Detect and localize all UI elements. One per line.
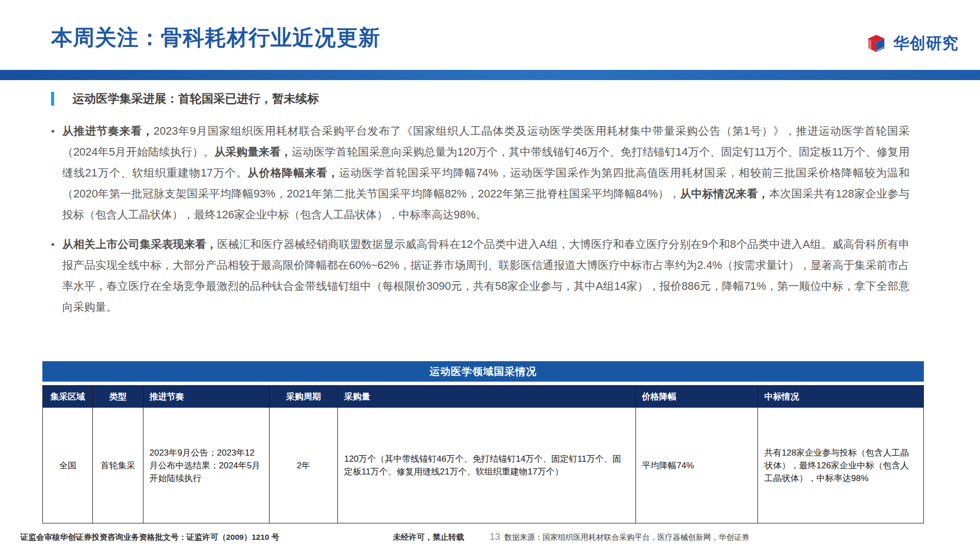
table-column-header: 推进节奏 [143, 386, 269, 408]
page-title: 本周关注：骨科耗材行业近况更新 [51, 23, 380, 52]
bullet-emphasis: 从相关上市公司集采表现来看， [62, 238, 217, 251]
table-column-header: 采购量 [338, 386, 635, 408]
table-row: 全国首轮集采2023年9月公告；2023年12月公布中选结果；2024年5月开始… [43, 408, 924, 523]
table-column-header: 中标情况 [758, 386, 924, 408]
footer-copyright-notice: 未经许可，禁止转载 [393, 532, 464, 543]
procurement-table: 集采区域类型推进节奏采购周期采购量价格降幅中标情况 全国首轮集采2023年9月公… [42, 385, 924, 523]
logo-cube-icon [867, 34, 889, 53]
table-cell: 共有128家企业参与投标（包含人工晶状体），最终126家企业中标（包含人工晶状体… [758, 408, 924, 523]
header-divider-band [0, 70, 980, 80]
bullet-marker: • [51, 121, 62, 226]
section-accent-bar [51, 92, 54, 106]
table-cell: 平均降幅74% [635, 408, 758, 523]
bullet-emphasis: 从中标情况来看， [680, 188, 769, 200]
bullet-item: •从推进节奏来看，2023年9月国家组织医用耗材联合采购平台发布了《国家组织人工… [51, 121, 910, 226]
table-cell: 2年 [269, 408, 338, 523]
table-cell: 首轮集采 [93, 408, 143, 523]
bullet-emphasis: 从价格降幅来看， [248, 167, 339, 179]
bullet-text: 从推进节奏来看，2023年9月国家组织医用耗材联合采购平台发布了《国家组织人工晶… [62, 121, 910, 226]
bullet-list: •从推进节奏来看，2023年9月国家组织医用耗材联合采购平台发布了《国家组织人工… [51, 121, 910, 327]
table-header-row: 集采区域类型推进节奏采购周期采购量价格降幅中标情况 [43, 386, 924, 408]
logo-text: 华创研究 [893, 33, 959, 54]
bullet-text: 从相关上市公司集采表现来看，医械汇和医疗器械经销商联盟数据显示威高骨科在12个品… [62, 234, 910, 318]
table-column-header: 采购周期 [269, 386, 338, 408]
bullet-emphasis: 从推进节奏来看， [62, 125, 154, 137]
table-column-header: 类型 [93, 386, 143, 408]
table-cell: 2023年9月公告；2023年12月公布中选结果；2024年5月开始陆续执行 [143, 408, 269, 523]
table-cell: 全国 [43, 408, 93, 523]
bullet-item: •从相关上市公司集采表现来看，医械汇和医疗器械经销商联盟数据显示威高骨科在12个… [51, 234, 910, 318]
bullet-emphasis: 从采购量来看， [214, 146, 291, 158]
table-title: 运动医学领域国采情况 [42, 361, 924, 382]
footer-data-source: 数据来源：国家组织医用耗材联合采购平台，医疗器械创新网，华创证券 [504, 533, 749, 542]
table-column-header: 价格降幅 [635, 386, 758, 408]
brand-logo: 华创研究 [867, 33, 959, 54]
table-column-header: 集采区域 [43, 386, 93, 408]
section-title: 运动医学集采进展：首轮国采已进行，暂未续标 [72, 91, 319, 107]
page-number: 13 [489, 531, 500, 542]
table-cell: 120万个（其中带线锚钉46万个、免打结锚钉14万个、固定钉11万个、固定板11… [338, 408, 635, 523]
footer-license-text: 证监会审核华创证券投资咨询业务资格批文号：证监许可（2009）1210 号 [20, 532, 279, 543]
procurement-table-section: 运动医学领域国采情况 集采区域类型推进节奏采购周期采购量价格降幅中标情况 全国首… [42, 361, 924, 523]
bullet-marker: • [51, 234, 62, 318]
section-heading: 运动医学集采进展：首轮国采已进行，暂未续标 [51, 91, 319, 107]
